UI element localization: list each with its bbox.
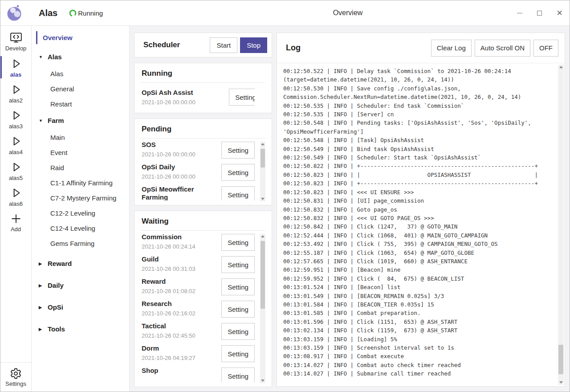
chevron-down-icon: ▼ bbox=[39, 118, 43, 123]
auto-scroll-off-button[interactable]: OFF bbox=[533, 40, 558, 57]
minimize-icon bbox=[517, 13, 522, 13]
nav-item-c1-1-affinity-farming[interactable]: C1-1 Affinity Farming bbox=[32, 175, 129, 190]
task-row-reward: Reward2021-10-26 01:08:02Setting bbox=[142, 278, 255, 300]
nav-item-c12-2-leveling[interactable]: C12-2 Leveling bbox=[32, 205, 129, 220]
log-scrollbar[interactable] bbox=[558, 65, 564, 385]
setting-button[interactable]: Setting bbox=[221, 278, 255, 295]
maximize-button[interactable] bbox=[529, 0, 550, 25]
settings-button[interactable]: Settings bbox=[0, 362, 31, 392]
nav-item-gems-farming[interactable]: Gems Farming bbox=[32, 236, 129, 251]
setting-button[interactable]: Setting bbox=[221, 256, 255, 273]
nav-item-c7-2-mystery-farming[interactable]: C7-2 Mystery Farming bbox=[32, 190, 129, 205]
sidebar-item-label: alas5 bbox=[9, 175, 23, 181]
auto-scroll-on-button[interactable]: Auto Scroll ON bbox=[475, 40, 530, 57]
nav-item-raid[interactable]: Raid bbox=[32, 160, 129, 175]
sidebar-item-alas[interactable]: alas bbox=[0, 54, 31, 80]
nav-group-label: Tools bbox=[48, 325, 65, 333]
window-controls: ✕ bbox=[509, 0, 570, 25]
sidebar-item-label: Develop bbox=[5, 45, 27, 52]
scrollbar-thumb[interactable] bbox=[261, 241, 265, 309]
nav-group-farm[interactable]: ▼Farm bbox=[32, 111, 129, 130]
task-row-tactical: Tactical2021-10-26 02:45:50Setting bbox=[142, 322, 255, 344]
task-row-commission: Commission2021-10-26 00:24:14Setting bbox=[142, 233, 255, 255]
nav-group-label: Alas bbox=[48, 53, 62, 61]
sidebar-item-alas3[interactable]: alas3 bbox=[0, 106, 31, 132]
close-button[interactable]: ✕ bbox=[550, 0, 570, 25]
setting-button[interactable]: Setting bbox=[221, 186, 255, 200]
nav-group-alas[interactable]: ▼Alas bbox=[32, 48, 129, 66]
nav-item-restart[interactable]: Restart bbox=[32, 96, 129, 111]
play-icon bbox=[9, 83, 23, 96]
scrollbar-thumb[interactable] bbox=[558, 345, 563, 374]
nav-group-label: OpSi bbox=[48, 303, 63, 311]
setting-button[interactable]: Setting bbox=[221, 368, 255, 382]
scroll-down-icon[interactable] bbox=[261, 198, 265, 200]
waiting-panel-title: Waiting bbox=[141, 211, 265, 231]
nav-group-reward[interactable]: ▶Reward bbox=[32, 254, 129, 273]
nav-item-overview[interactable]: Overview bbox=[36, 31, 129, 44]
running-panel: Running OpSi Ash Assist2021-10-26 00:00:… bbox=[134, 63, 272, 113]
chevron-right-icon: ▶ bbox=[39, 261, 43, 266]
chevron-right-icon: ▶ bbox=[39, 327, 43, 331]
sidebar-item-label: alas6 bbox=[9, 200, 23, 207]
task-row-opsi-meowfficer-farming: OpSi Meowfficer FarmingSetting bbox=[142, 185, 255, 200]
setting-button[interactable]: Setting bbox=[221, 323, 255, 340]
task-row-opsi-daily: OpSi Daily2021-10-26 00:00:00Setting bbox=[142, 163, 255, 185]
sidebar-item-alas5[interactable]: alas5 bbox=[0, 158, 31, 184]
add-instance-button[interactable]: Add bbox=[0, 209, 31, 235]
sidebar-item-alas4[interactable]: alas4 bbox=[0, 132, 31, 158]
waiting-scrollbar[interactable] bbox=[260, 234, 265, 383]
task-row-opsi-ash-assist: OpSi Ash Assist2021-10-26 00:00:00Settin… bbox=[142, 89, 255, 108]
stop-button[interactable]: Stop bbox=[240, 37, 267, 53]
maximize-icon bbox=[537, 11, 542, 16]
task-row-research: Research2021-10-26 02:16:02Setting bbox=[142, 300, 255, 322]
clear-log-button[interactable]: Clear Log bbox=[431, 40, 472, 57]
plus-icon bbox=[10, 212, 22, 225]
chevron-down-icon: ▼ bbox=[39, 55, 43, 59]
sidebar-item-label: alas2 bbox=[9, 97, 23, 104]
nav-item-alas[interactable]: Alas bbox=[32, 66, 129, 81]
nav-group-opsi[interactable]: ▶OpSi bbox=[32, 298, 129, 316]
scroll-down-icon[interactable] bbox=[261, 380, 265, 382]
instance-rail: Developalasalas2alas3alas4alas5alas6Add … bbox=[0, 26, 32, 392]
topbar: Alas Running Overview ✕ bbox=[0, 0, 570, 26]
play-icon bbox=[9, 57, 23, 70]
nav-item-general[interactable]: General bbox=[32, 81, 129, 96]
running-spinner-icon bbox=[69, 9, 77, 17]
setting-button[interactable]: Setting bbox=[221, 234, 255, 251]
scroll-up-icon[interactable] bbox=[559, 66, 563, 68]
scroll-down-icon[interactable] bbox=[559, 381, 563, 384]
log-panel: Log Clear Log Auto Scroll ON OFF 00:12:5… bbox=[277, 33, 565, 387]
setting-button[interactable]: Setting bbox=[221, 345, 255, 362]
nav-item-event[interactable]: Event bbox=[32, 145, 129, 160]
nav-group-tools[interactable]: ▶Tools bbox=[32, 320, 129, 338]
nav-group-daily[interactable]: ▶Daily bbox=[32, 276, 129, 294]
sidebar-item-alas6[interactable]: alas6 bbox=[0, 184, 31, 209]
pending-scrollbar[interactable] bbox=[260, 142, 265, 201]
sidebar-item-alas2[interactable]: alas2 bbox=[0, 80, 31, 106]
setting-button[interactable]: Setting bbox=[221, 142, 255, 159]
scrollbar-thumb[interactable] bbox=[261, 149, 265, 167]
scheduler-title: Scheduler bbox=[143, 41, 207, 49]
setting-button[interactable]: Setting bbox=[221, 301, 255, 318]
log-content: 00:12:50.522 | INFO | Delay task `Commis… bbox=[277, 64, 565, 386]
minimize-button[interactable] bbox=[509, 0, 529, 25]
app-title: Alas bbox=[39, 8, 57, 18]
pending-panel-title: Pending bbox=[141, 119, 265, 139]
log-header: Log Clear Log Auto Scroll ON OFF bbox=[277, 33, 565, 63]
close-icon: ✕ bbox=[556, 9, 562, 17]
settings-label: Settings bbox=[5, 380, 26, 387]
play-icon bbox=[9, 109, 23, 122]
setting-button[interactable]: Setting bbox=[221, 164, 255, 181]
scroll-up-icon[interactable] bbox=[261, 143, 265, 145]
nav-item-c12-4-leveling[interactable]: C12-4 Leveling bbox=[32, 220, 129, 236]
code-monitor-icon bbox=[9, 32, 23, 44]
sidebar-item-develop[interactable]: Develop bbox=[0, 29, 31, 54]
chevron-right-icon: ▶ bbox=[39, 283, 43, 288]
scroll-up-icon[interactable] bbox=[261, 235, 265, 237]
setting-button[interactable]: Setting bbox=[229, 89, 255, 106]
start-button[interactable]: Start bbox=[210, 37, 237, 53]
play-icon bbox=[9, 186, 23, 200]
nav-item-main[interactable]: Main bbox=[32, 130, 129, 145]
gear-icon bbox=[10, 368, 22, 380]
